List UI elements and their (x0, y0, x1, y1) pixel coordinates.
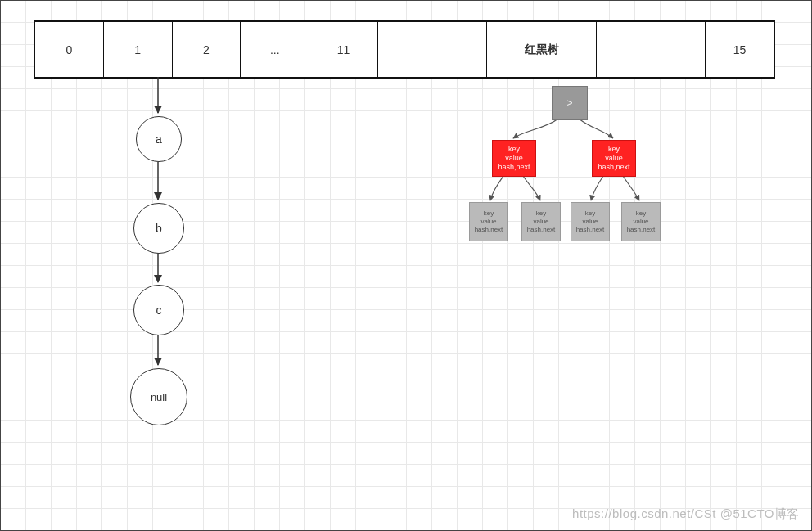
node-line: key (636, 209, 646, 218)
array-cell-empty-1 (378, 22, 487, 77)
list-node-c: c (133, 285, 184, 335)
tree-root: > (552, 86, 588, 120)
list-node-a: a (136, 116, 182, 162)
array-cell-2: 2 (173, 22, 241, 77)
array-cell-15: 15 (706, 22, 774, 77)
node-line: value (533, 218, 548, 226)
watermark: https://blog.csdn.net/CSt @51CTO博客 (572, 506, 800, 522)
tree-leaf: key value hash,next (571, 202, 610, 241)
node-line: hash,next (475, 226, 503, 234)
array-cell-11: 11 (309, 22, 378, 77)
node-line: hash,next (576, 226, 605, 234)
node-line: key (585, 209, 595, 218)
array-cell-ellipsis: ... (241, 22, 309, 77)
node-line: key (608, 145, 620, 154)
node-line: value (582, 218, 598, 226)
tree-red-left: key value hash,next (492, 140, 536, 177)
array-cell-0: 0 (35, 22, 104, 77)
node-line: key (508, 145, 520, 154)
tree-leaf: key value hash,next (621, 202, 661, 241)
node-line: key (536, 209, 546, 218)
node-line: hash,next (598, 163, 629, 172)
tree-root-label: > (566, 99, 572, 108)
node-line: key (484, 209, 494, 218)
node-line: value (633, 218, 648, 226)
node-line: hash,next (527, 226, 556, 234)
list-node-b: b (133, 203, 184, 254)
tree-leaf: key value hash,next (521, 202, 561, 241)
node-line: hash,next (498, 163, 530, 172)
array-cell-empty-2 (597, 22, 706, 77)
hash-array: 0 1 2 ... 11 红黑树 15 (34, 20, 775, 79)
node-line: hash,next (627, 226, 656, 234)
tree-leaf: key value hash,next (469, 202, 508, 241)
node-line: value (505, 154, 523, 163)
array-cell-redblack: 红黑树 (487, 22, 596, 77)
node-line: value (605, 154, 623, 163)
redblack-tree: > key value hash,next key value hash,nex… (456, 81, 701, 250)
list-node-null: null (130, 368, 187, 425)
tree-red-right: key value hash,next (592, 140, 636, 177)
array-cell-1: 1 (104, 22, 173, 77)
node-line: value (480, 218, 496, 226)
